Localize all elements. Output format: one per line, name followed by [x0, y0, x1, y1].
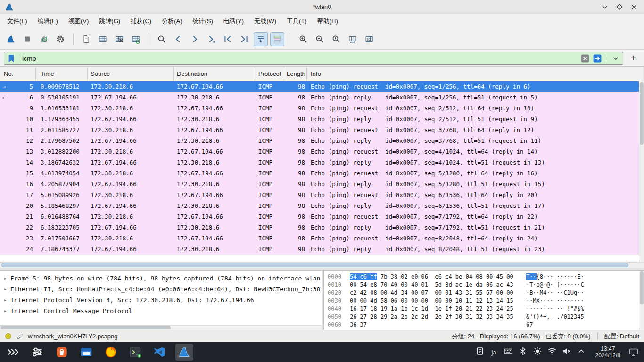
displayed-columns-button[interactable]: 123: [362, 32, 376, 46]
detail-row[interactable]: ▸Ethernet II, Src: HonHaiPrecis_c4:be:04…: [4, 284, 322, 295]
packet-row[interactable]: 237.017501667172.30.218.6172.67.194.66IC…: [0, 233, 644, 244]
column-header-source[interactable]: Source: [88, 67, 174, 81]
column-header-destination[interactable]: Destination: [174, 67, 255, 81]
packet-row[interactable]: 133.012882200172.30.218.6172.67.194.66IC…: [0, 146, 644, 157]
tray-brightness[interactable]: [533, 347, 542, 357]
stop-capture-button[interactable]: [20, 32, 34, 46]
taskbar-vscode[interactable]: [151, 344, 169, 361]
hscrollbar-thumb[interactable]: [1, 263, 628, 267]
column-header-length[interactable]: Length: [284, 67, 307, 81]
packet-row[interactable]: 101.179363455172.67.194.66172.30.218.6IC…: [0, 114, 644, 124]
restart-capture-button[interactable]: [37, 32, 51, 46]
packet-list-hscrollbar[interactable]: [0, 262, 644, 268]
taskbar-settings-tweaks[interactable]: [28, 344, 46, 361]
taskbar-app-launcher[interactable]: [4, 344, 22, 361]
tray-bluetooth[interactable]: [518, 347, 528, 357]
details-hscrollbar-thumb[interactable]: [1, 326, 171, 329]
detail-row[interactable]: ▸Internet Control Message Protocol: [4, 305, 322, 316]
hex-row[interactable]: 003000 00 4d 58 06 00 00 00 00 00 10 11 …: [328, 296, 639, 304]
go-to-packet-button[interactable]: [204, 32, 218, 46]
filter-apply-icon[interactable]: [593, 54, 602, 63]
menu-tools[interactable]: 工具(T): [281, 15, 312, 28]
column-header-protocol[interactable]: Protocol: [255, 67, 284, 81]
hex-row[interactable]: 004016 17 18 19 1a 1b 1c 1d 1e 1f 20 21 …: [328, 304, 639, 313]
menu-statistics[interactable]: 统计(S): [187, 15, 218, 28]
capture-comment-icon[interactable]: [16, 333, 24, 340]
hex-row[interactable]: 000054 c6 ff 7b 38 02 e0 06 e6 c4 be 04 …: [328, 272, 639, 280]
taskbar-file-manager[interactable]: [77, 344, 95, 361]
menu-file[interactable]: 文件(F): [2, 15, 33, 28]
details-hscrollbar[interactable]: [0, 325, 322, 330]
tray-input-method[interactable]: ja: [490, 347, 498, 357]
menu-go[interactable]: 跳转(G): [94, 15, 125, 28]
menu-wireless[interactable]: 无线(W): [249, 15, 281, 28]
menu-telephony[interactable]: 电话(Y): [218, 15, 249, 28]
menu-view[interactable]: 视图(V): [63, 15, 94, 28]
hex-row[interactable]: 001000 54 e8 70 40 00 40 01 5d 8d ac 1e …: [328, 280, 639, 288]
vscrollbar-thumb[interactable]: [640, 82, 644, 145]
packet-row[interactable]: 164.205877904172.67.194.66172.30.218.6IC…: [0, 179, 644, 189]
tray-notes[interactable]: [475, 347, 485, 357]
auto-scroll-button[interactable]: [254, 32, 268, 46]
bytes-vscrollbar[interactable]: [639, 271, 644, 330]
tray-expand-arrow[interactable]: [577, 347, 586, 357]
packet-row[interactable]: 5→0.009678512172.30.218.6172.67.194.66IC…: [0, 81, 644, 92]
packet-row[interactable]: 226.183223705172.67.194.66172.30.218.6IC…: [0, 222, 644, 233]
close-file-button[interactable]: [112, 32, 126, 46]
go-forward-button[interactable]: [188, 32, 202, 46]
packet-row[interactable]: 122.179687502172.67.194.66172.30.218.6IC…: [0, 135, 644, 146]
packet-row[interactable]: 154.013974054172.30.218.6172.67.194.66IC…: [0, 168, 644, 179]
save-file-button[interactable]: [96, 32, 110, 46]
zoom-out-button[interactable]: [313, 32, 327, 46]
go-back-button[interactable]: [171, 32, 185, 46]
colorize-button[interactable]: [270, 32, 284, 46]
minimize-button[interactable]: [600, 2, 610, 12]
filter-dropdown-icon[interactable]: [611, 54, 620, 63]
last-packet-button[interactable]: [237, 32, 251, 46]
packet-row[interactable]: 91.010533181172.30.218.6172.67.194.66ICM…: [0, 103, 644, 114]
first-packet-button[interactable]: [221, 32, 235, 46]
hex-row[interactable]: 005026 27 28 29 2a 2b 2c 2d 2e 2f 30 31 …: [328, 313, 639, 321]
find-packet-button[interactable]: [155, 32, 169, 46]
display-icon[interactable]: [629, 347, 638, 357]
column-header-info[interactable]: Info: [307, 67, 644, 81]
close-button[interactable]: [629, 2, 639, 12]
menu-capture[interactable]: 捕获(C): [125, 15, 157, 28]
taskbar-firefox[interactable]: [102, 344, 120, 361]
hex-row[interactable]: 006036 3767: [328, 321, 639, 329]
taskbar-terminal[interactable]: [126, 344, 144, 361]
menu-help[interactable]: 帮助(H): [312, 15, 343, 28]
detail-row[interactable]: ▸Frame 5: 98 bytes on wire (784 bits), 9…: [4, 273, 322, 284]
reload-file-button[interactable]: [129, 32, 143, 46]
profile-label[interactable]: 配置: Default: [604, 332, 639, 341]
bytes-vscrollbar-thumb[interactable]: [640, 272, 644, 304]
taskbar-clock[interactable]: 13:47 2024/12/8: [595, 346, 620, 359]
display-filter-input[interactable]: icmp: [4, 52, 623, 65]
tray-keyboard[interactable]: [504, 347, 513, 357]
open-file-button[interactable]: [79, 32, 93, 46]
packet-row[interactable]: 247.186743377172.67.194.66172.30.218.6IC…: [0, 244, 644, 255]
packet-row[interactable]: 6←0.530105191172.67.194.66172.30.218.6IC…: [0, 92, 644, 103]
filter-clear-icon[interactable]: [580, 54, 590, 63]
column-header-no[interactable]: No.: [0, 67, 36, 81]
menu-analyze[interactable]: 分析(A): [157, 15, 187, 28]
packet-row[interactable]: 205.185468297172.67.194.66172.30.218.6IC…: [0, 200, 644, 211]
packet-row[interactable]: 175.015089926172.30.218.6172.67.194.66IC…: [0, 189, 644, 200]
resize-columns-button[interactable]: [346, 32, 360, 46]
taskbar-wireshark[interactable]: [175, 344, 193, 361]
packet-list-vscrollbar[interactable]: [639, 81, 644, 262]
packet-row[interactable]: 112.011585727172.30.218.6172.67.194.66IC…: [0, 124, 644, 135]
start-capture-button[interactable]: [4, 32, 18, 46]
zoom-reset-button[interactable]: [329, 32, 343, 46]
maximize-button[interactable]: [614, 2, 625, 12]
filter-bookmark-icon[interactable]: [7, 54, 16, 63]
tray-wifi[interactable]: [547, 347, 557, 357]
packet-row[interactable]: 216.016488764172.30.218.6172.67.194.66IC…: [0, 211, 644, 222]
expert-info-icon[interactable]: [5, 333, 12, 340]
add-filter-button[interactable]: +: [626, 52, 640, 65]
tray-volume-muted[interactable]: [562, 347, 571, 357]
detail-row[interactable]: ▸Internet Protocol Version 4, Src: 172.3…: [4, 295, 322, 305]
column-header-time[interactable]: Time: [36, 67, 88, 81]
packet-row[interactable]: 143.186742632172.67.194.66172.30.218.6IC…: [0, 157, 644, 168]
hex-row[interactable]: 0020c2 42 08 00 4d 34 00 07 00 01 43 31 …: [328, 288, 639, 296]
